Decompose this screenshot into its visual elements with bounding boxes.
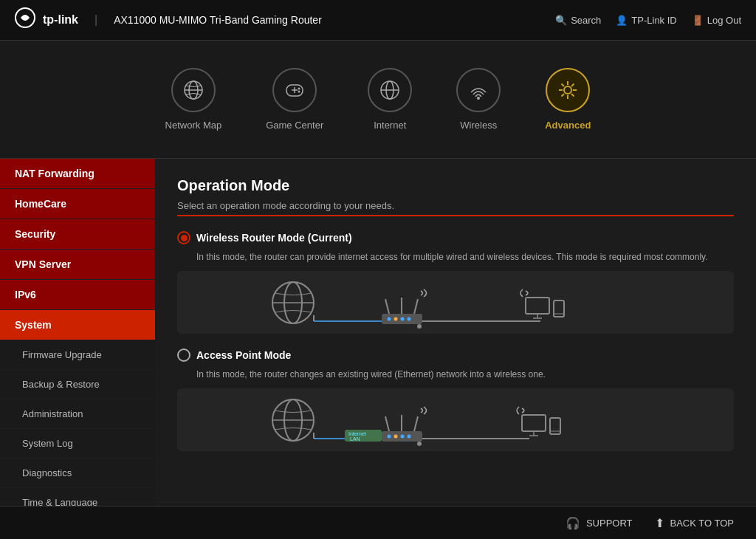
tplink-id-button[interactable]: 👤 TP-Link ID [616,15,676,26]
wireless-router-mode-option: Wireless Router Mode (Current) In this m… [177,231,734,334]
sidebar-item-system-log[interactable]: System Log [0,429,155,459]
svg-text:Internet: Internet [348,431,366,436]
tplink-logo-icon [15,7,35,32]
user-icon: 👤 [616,15,628,26]
header-right: 🔍 Search 👤 TP-Link ID 🚪 Log Out [555,15,741,26]
sidebar-item-nat-forwarding[interactable]: NAT Forwarding [0,159,155,189]
search-icon: 🔍 [555,15,567,26]
wireless-router-diagram-svg [260,277,651,329]
router-model: AX11000 MU-MIMO Tri-Band Gaming Router [114,14,322,26]
nav-tabs: Network Map Game Center Internet [0,41,756,159]
sidebar-item-firmware-upgrade[interactable]: Firmware Upgrade [0,340,155,370]
back-to-top-button[interactable]: ⬆ BACK TO TOP [655,516,734,530]
support-label: SUPPORT [586,518,633,529]
access-point-mode-title: Access Point Mode [196,349,291,361]
sidebar-item-ipv6[interactable]: IPv6 [0,280,155,310]
svg-point-49 [388,434,391,438]
svg-line-23 [414,299,418,314]
access-point-diagram-svg: Internet LAN [260,394,651,446]
svg-rect-34 [554,301,564,317]
tab-wireless-label: Wireless [460,120,497,131]
internet-icon [368,68,412,112]
content-area: Operation Mode Select an operation mode … [155,159,756,506]
access-point-radio[interactable] [177,349,190,362]
footer: 🎧 SUPPORT ⬆ BACK TO TOP [0,506,756,539]
svg-point-8 [298,88,300,90]
header-divider: | [94,13,97,27]
sidebar-item-backup-restore[interactable]: Backup & Restore [0,370,155,399]
svg-line-47 [414,416,418,431]
svg-rect-31 [526,298,549,314]
svg-point-1 [23,16,27,20]
svg-point-51 [401,434,405,438]
wireless-router-mode-desc: In this mode, the router can provide int… [196,250,734,264]
access-point-mode-option: Access Point Mode In this mode, the rout… [177,349,734,451]
logout-icon: 🚪 [692,15,704,26]
svg-line-21 [385,299,389,314]
svg-point-26 [394,317,398,320]
svg-point-9 [298,91,300,93]
wireless-icon [456,68,501,112]
sidebar-item-security[interactable]: Security [0,219,155,250]
svg-point-13 [477,97,480,100]
sidebar-item-vpn-server[interactable]: VPN Server [0,250,155,280]
support-button[interactable]: 🎧 SUPPORT [566,516,633,530]
support-icon: 🎧 [566,516,580,530]
main-layout: NAT Forwarding HomeCare Security VPN Ser… [0,159,756,506]
header: tp-link | AX11000 MU-MIMO Tri-Band Gamin… [0,0,756,41]
tab-internet-label: Internet [374,120,406,131]
game-center-icon [272,68,317,112]
sidebar-item-diagnostics[interactable]: Diagnostics [0,459,155,488]
tab-network-map-label: Network Map [165,120,222,131]
wireless-router-diagram [177,271,734,334]
advanced-icon [546,68,590,112]
svg-rect-55 [522,415,546,431]
tab-game-center[interactable]: Game Center [266,68,323,131]
access-point-mode-header[interactable]: Access Point Mode [177,349,734,362]
tab-wireless[interactable]: Wireless [456,68,501,131]
logo-area: tp-link | AX11000 MU-MIMO Tri-Band Gamin… [15,7,322,32]
access-point-diagram: Internet LAN [177,388,734,451]
svg-text:LAN: LAN [350,436,360,442]
svg-point-29 [417,324,422,329]
svg-point-52 [408,434,411,438]
svg-point-50 [394,434,398,438]
svg-point-53 [417,442,422,446]
sidebar-item-homecare[interactable]: HomeCare [0,189,155,219]
brand-name: tp-link [43,13,78,27]
sidebar-item-administration[interactable]: Administration [0,399,155,429]
search-button[interactable]: 🔍 Search [555,15,601,26]
tab-internet[interactable]: Internet [368,68,412,131]
tab-network-map[interactable]: Network Map [165,68,222,131]
tab-game-center-label: Game Center [266,120,323,131]
access-point-mode-desc: In this mode, the router changes an exis… [196,368,734,381]
tab-advanced-label: Advanced [545,120,591,131]
wireless-router-mode-header[interactable]: Wireless Router Mode (Current) [177,231,734,244]
back-to-top-icon: ⬆ [655,516,664,530]
red-divider [177,215,734,216]
sidebar: NAT Forwarding HomeCare Security VPN Ser… [0,159,155,506]
svg-rect-58 [550,418,560,434]
svg-point-25 [388,317,391,320]
svg-point-27 [401,317,405,320]
svg-point-14 [564,86,571,94]
page-title: Operation Mode [177,177,734,194]
logout-button[interactable]: 🚪 Log Out [692,15,741,26]
sidebar-item-system[interactable]: System [0,310,155,340]
network-map-icon [171,68,216,112]
sidebar-item-time-language[interactable]: Time & Language [0,488,155,506]
svg-point-28 [408,317,411,320]
wireless-router-mode-title: Wireless Router Mode (Current) [196,232,352,244]
wireless-router-radio[interactable] [177,231,190,244]
page-subtitle: Select an operation mode according to yo… [177,200,734,211]
back-to-top-label: BACK TO TOP [670,518,734,529]
tab-advanced[interactable]: Advanced [545,68,591,131]
svg-line-45 [385,416,389,431]
